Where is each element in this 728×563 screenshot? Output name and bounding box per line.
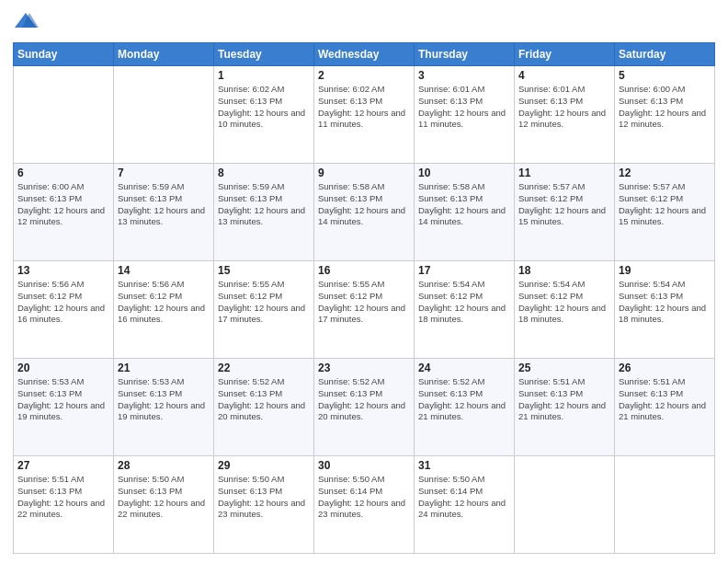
calendar-cell: 24Sunrise: 5:52 AM Sunset: 6:13 PM Dayli…	[415, 359, 515, 456]
day-number: 25	[518, 362, 610, 374]
day-number: 28	[118, 459, 210, 472]
day-of-week-header: Friday	[515, 43, 615, 66]
day-of-week-header: Sunday	[14, 43, 114, 66]
day-number: 18	[518, 264, 610, 277]
day-info: Sunrise: 5:50 AM Sunset: 6:14 PM Dayligh…	[318, 474, 410, 521]
day-number: 22	[218, 362, 310, 374]
day-number: 24	[418, 362, 510, 374]
day-of-week-header: Tuesday	[214, 43, 314, 66]
calendar-cell	[14, 66, 114, 164]
calendar-header-row: SundayMondayTuesdayWednesdayThursdayFrid…	[14, 43, 715, 66]
calendar-cell: 22Sunrise: 5:52 AM Sunset: 6:13 PM Dayli…	[214, 359, 314, 456]
day-number: 4	[518, 69, 610, 82]
day-number: 19	[619, 264, 711, 277]
day-info: Sunrise: 5:51 AM Sunset: 6:13 PM Dayligh…	[619, 376, 711, 423]
calendar-cell: 30Sunrise: 5:50 AM Sunset: 6:14 PM Dayli…	[314, 456, 415, 554]
calendar-cell: 5Sunrise: 6:00 AM Sunset: 6:13 PM Daylig…	[615, 66, 715, 164]
calendar-cell: 23Sunrise: 5:52 AM Sunset: 6:13 PM Dayli…	[314, 359, 415, 456]
day-number: 23	[318, 362, 410, 374]
day-info: Sunrise: 6:00 AM Sunset: 6:13 PM Dayligh…	[17, 181, 109, 228]
logo-icon	[13, 9, 39, 35]
calendar: SundayMondayTuesdayWednesdayThursdayFrid…	[13, 42, 715, 554]
calendar-cell: 13Sunrise: 5:56 AM Sunset: 6:12 PM Dayli…	[14, 261, 114, 359]
day-info: Sunrise: 5:55 AM Sunset: 6:12 PM Dayligh…	[218, 279, 310, 326]
header	[13, 9, 715, 35]
day-info: Sunrise: 5:59 AM Sunset: 6:13 PM Dayligh…	[118, 181, 210, 228]
day-number: 11	[518, 167, 610, 179]
calendar-week-row: 6Sunrise: 6:00 AM Sunset: 6:13 PM Daylig…	[14, 164, 715, 261]
calendar-cell: 27Sunrise: 5:51 AM Sunset: 6:13 PM Dayli…	[14, 456, 114, 554]
day-number: 30	[318, 459, 410, 472]
calendar-cell: 26Sunrise: 5:51 AM Sunset: 6:13 PM Dayli…	[615, 359, 715, 456]
day-info: Sunrise: 5:51 AM Sunset: 6:13 PM Dayligh…	[17, 474, 109, 521]
calendar-cell: 25Sunrise: 5:51 AM Sunset: 6:13 PM Dayli…	[515, 359, 615, 456]
day-number: 29	[218, 459, 310, 472]
day-number: 5	[619, 69, 711, 82]
calendar-cell: 18Sunrise: 5:54 AM Sunset: 6:12 PM Dayli…	[515, 261, 615, 359]
day-info: Sunrise: 5:50 AM Sunset: 6:13 PM Dayligh…	[218, 474, 310, 521]
calendar-cell: 1Sunrise: 6:02 AM Sunset: 6:13 PM Daylig…	[214, 66, 314, 164]
day-number: 15	[218, 264, 310, 277]
day-of-week-header: Thursday	[415, 43, 515, 66]
day-info: Sunrise: 5:56 AM Sunset: 6:12 PM Dayligh…	[118, 279, 210, 326]
day-number: 9	[318, 167, 410, 179]
day-number: 12	[619, 167, 711, 179]
calendar-cell	[615, 456, 715, 554]
calendar-week-row: 20Sunrise: 5:53 AM Sunset: 6:13 PM Dayli…	[14, 359, 715, 456]
day-info: Sunrise: 5:58 AM Sunset: 6:13 PM Dayligh…	[318, 181, 410, 228]
calendar-cell: 17Sunrise: 5:54 AM Sunset: 6:12 PM Dayli…	[415, 261, 515, 359]
day-number: 20	[17, 362, 109, 374]
calendar-week-row: 1Sunrise: 6:02 AM Sunset: 6:13 PM Daylig…	[14, 66, 715, 164]
day-number: 13	[17, 264, 109, 277]
day-number: 10	[418, 167, 510, 179]
calendar-cell: 21Sunrise: 5:53 AM Sunset: 6:13 PM Dayli…	[114, 359, 214, 456]
day-info: Sunrise: 6:00 AM Sunset: 6:13 PM Dayligh…	[619, 84, 711, 131]
day-number: 8	[218, 167, 310, 179]
calendar-cell: 15Sunrise: 5:55 AM Sunset: 6:12 PM Dayli…	[214, 261, 314, 359]
day-info: Sunrise: 5:53 AM Sunset: 6:13 PM Dayligh…	[118, 376, 210, 423]
day-number: 26	[619, 362, 711, 374]
day-info: Sunrise: 5:54 AM Sunset: 6:12 PM Dayligh…	[418, 279, 510, 326]
calendar-week-row: 13Sunrise: 5:56 AM Sunset: 6:12 PM Dayli…	[14, 261, 715, 359]
calendar-cell: 31Sunrise: 5:50 AM Sunset: 6:14 PM Dayli…	[415, 456, 515, 554]
calendar-cell: 10Sunrise: 5:58 AM Sunset: 6:13 PM Dayli…	[415, 164, 515, 261]
calendar-cell: 4Sunrise: 6:01 AM Sunset: 6:13 PM Daylig…	[515, 66, 615, 164]
day-info: Sunrise: 6:02 AM Sunset: 6:13 PM Dayligh…	[218, 84, 310, 131]
day-number: 31	[418, 459, 510, 472]
calendar-cell: 11Sunrise: 5:57 AM Sunset: 6:12 PM Dayli…	[515, 164, 615, 261]
day-number: 21	[118, 362, 210, 374]
day-info: Sunrise: 6:02 AM Sunset: 6:13 PM Dayligh…	[318, 84, 410, 131]
logo	[13, 9, 40, 35]
calendar-cell: 20Sunrise: 5:53 AM Sunset: 6:13 PM Dayli…	[14, 359, 114, 456]
calendar-cell: 8Sunrise: 5:59 AM Sunset: 6:13 PM Daylig…	[214, 164, 314, 261]
day-info: Sunrise: 6:01 AM Sunset: 6:13 PM Dayligh…	[518, 84, 610, 131]
calendar-cell: 6Sunrise: 6:00 AM Sunset: 6:13 PM Daylig…	[14, 164, 114, 261]
calendar-cell: 14Sunrise: 5:56 AM Sunset: 6:12 PM Dayli…	[114, 261, 214, 359]
calendar-cell: 3Sunrise: 6:01 AM Sunset: 6:13 PM Daylig…	[415, 66, 515, 164]
calendar-cell	[515, 456, 615, 554]
day-of-week-header: Wednesday	[314, 43, 415, 66]
day-number: 3	[418, 69, 510, 82]
day-info: Sunrise: 5:57 AM Sunset: 6:12 PM Dayligh…	[518, 181, 610, 228]
calendar-cell: 12Sunrise: 5:57 AM Sunset: 6:12 PM Dayli…	[615, 164, 715, 261]
day-of-week-header: Saturday	[615, 43, 715, 66]
day-number: 27	[17, 459, 109, 472]
day-info: Sunrise: 6:01 AM Sunset: 6:13 PM Dayligh…	[418, 84, 510, 131]
day-number: 6	[17, 167, 109, 179]
calendar-cell: 7Sunrise: 5:59 AM Sunset: 6:13 PM Daylig…	[114, 164, 214, 261]
day-info: Sunrise: 5:50 AM Sunset: 6:13 PM Dayligh…	[118, 474, 210, 521]
calendar-cell: 16Sunrise: 5:55 AM Sunset: 6:12 PM Dayli…	[314, 261, 415, 359]
calendar-cell: 29Sunrise: 5:50 AM Sunset: 6:13 PM Dayli…	[214, 456, 314, 554]
day-info: Sunrise: 5:55 AM Sunset: 6:12 PM Dayligh…	[318, 279, 410, 326]
day-info: Sunrise: 5:58 AM Sunset: 6:13 PM Dayligh…	[418, 181, 510, 228]
day-info: Sunrise: 5:54 AM Sunset: 6:12 PM Dayligh…	[518, 279, 610, 326]
day-number: 2	[318, 69, 410, 82]
day-info: Sunrise: 5:51 AM Sunset: 6:13 PM Dayligh…	[518, 376, 610, 423]
calendar-cell: 28Sunrise: 5:50 AM Sunset: 6:13 PM Dayli…	[114, 456, 214, 554]
day-info: Sunrise: 5:52 AM Sunset: 6:13 PM Dayligh…	[418, 376, 510, 423]
day-info: Sunrise: 5:50 AM Sunset: 6:14 PM Dayligh…	[418, 474, 510, 521]
day-info: Sunrise: 5:52 AM Sunset: 6:13 PM Dayligh…	[218, 376, 310, 423]
day-number: 16	[318, 264, 410, 277]
calendar-cell	[114, 66, 214, 164]
calendar-cell: 2Sunrise: 6:02 AM Sunset: 6:13 PM Daylig…	[314, 66, 415, 164]
